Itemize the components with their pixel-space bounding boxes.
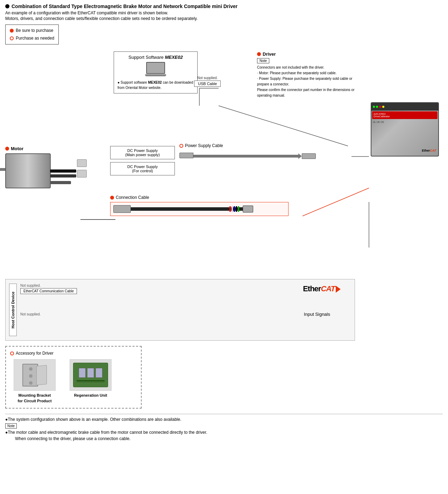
wire-blue [234, 206, 235, 212]
cable-tip [298, 153, 302, 159]
motor-section: Motor [5, 146, 51, 188]
accessory-section: Accessory for Driver Mounting Bracket fo… [5, 346, 142, 409]
bottom-note-3: When connecting to the driver, please us… [15, 436, 443, 441]
motor-filled-circle [5, 147, 9, 151]
bracket-hole-1 [29, 367, 33, 371]
motor-shaft [0, 168, 5, 171]
conn-left-box [113, 205, 131, 213]
driver-note-box: Note [257, 58, 269, 63]
laptop-screen [146, 62, 165, 74]
driver-body: AZD-KRE0DriveCalibrator UL UK CE EtherCA… [371, 102, 439, 156]
conn-cable-visual [110, 202, 289, 216]
led-run [376, 106, 378, 108]
connection-lines-svg [5, 48, 442, 276]
ethercat-not-supplied: Not supplied. [20, 284, 77, 287]
driver-label: Driver [257, 51, 362, 57]
led-ecat [382, 106, 384, 108]
page-title: Combination of Standard Type Electromagn… [5, 4, 443, 9]
connector-box-2 [77, 170, 87, 178]
driver-image: AZD-KRE0DriveCalibrator UL UK CE EtherCA… [371, 102, 441, 158]
psu-circle-icon [179, 144, 183, 148]
ethercat-row: Not supplied. EtherCAT Communication Cab… [20, 284, 351, 294]
ethercat-logo: EtherCAT [303, 284, 341, 293]
laptop-icon [145, 62, 166, 78]
usb-cable-section: Not supplied. USB Cable [194, 76, 221, 87]
legend-box: Be sure to purchase Purchase as needed [5, 25, 59, 44]
host-control-section: Host Control Device Not supplied. EtherC… [5, 279, 355, 341]
input-signals-label: Input Signals [304, 312, 330, 317]
psu-cable-label: Power Supply Cable [179, 143, 351, 148]
driver-note-text: Connectors are not included with the dri… [257, 65, 362, 98]
power-box-main: DC Power Supply (Main power supply) [110, 146, 175, 159]
filled-circle-icon [10, 29, 14, 33]
input-signals-row: Not supplied. Input Signals [20, 312, 351, 317]
svg-line-4 [303, 188, 369, 216]
regen-unit-img [70, 359, 112, 391]
subtitle-1: An example of a configuration with the E… [5, 11, 443, 15]
host-label: Host Control Device [9, 284, 17, 336]
power-box-control: DC Power Supply (For control) [110, 162, 175, 175]
led-err [379, 106, 381, 108]
accessory-item-regen: Regeneration Unit [66, 359, 115, 398]
conn-circle-icon [110, 196, 114, 200]
driver-filled-circle [257, 52, 261, 56]
laptop-base [145, 74, 166, 76]
note-tag-row: Note [5, 423, 443, 429]
bottom-note-2: ●The motor cable and electromagnetic bra… [5, 430, 443, 435]
regen-label: Regeneration Unit [74, 393, 107, 398]
bracket-side [36, 365, 47, 385]
accessory-circle-icon [10, 352, 14, 355]
svg-line-2 [219, 106, 348, 146]
connector-box-1 [77, 159, 87, 167]
main-diagram: Support Software MEXE02 ● Support softwa… [5, 48, 442, 276]
motor-cable-2 [50, 174, 76, 178]
motor-body [5, 153, 51, 188]
wire-white [232, 206, 233, 212]
subtitle-2: Motors, drivers, and connection cable se… [5, 16, 443, 21]
bracket-hole-3 [29, 381, 33, 385]
wire-red [229, 206, 231, 212]
connection-cable-section: Connection Cable [110, 195, 310, 216]
bottom-note-1: ●The system configuration shown above is… [5, 417, 443, 422]
conn-cable-label: Connection Cable [110, 195, 310, 200]
usb-cable-box: USB Cable [194, 81, 221, 87]
ethercat-cable-box: EtherCAT Communication Cable [20, 288, 77, 294]
regen-base [77, 380, 105, 382]
ethercat-logo-driver: EtherCAT [422, 149, 436, 152]
conn-wire [131, 207, 243, 211]
psu-connector-left [179, 153, 193, 158]
bullet-icon [5, 4, 9, 8]
cert-area: UL UK CE [371, 120, 438, 124]
motor-cable-1 [50, 169, 76, 173]
driver-model-label: AZD-KRE0DriveCalibrator [372, 111, 438, 119]
legend-item-needed: Purchase as needed [10, 35, 54, 42]
regen-body [73, 363, 108, 387]
accessory-title: Accessory for Driver [10, 351, 137, 356]
bottom-notes: ●The system configuration shown above is… [5, 414, 443, 441]
regen-caps [79, 368, 102, 378]
input-not-supplied: Not supplied. [20, 312, 41, 316]
outline-circle-icon [10, 36, 14, 40]
power-supply-cable-section: Power Supply Cable [179, 143, 351, 161]
regen-cap-1 [79, 368, 86, 378]
motor-cable-3 [50, 181, 71, 184]
mounting-bracket-img [14, 359, 56, 391]
driver-section: Driver Note Connectors are not included … [257, 51, 362, 98]
psu-connector-right [302, 153, 316, 159]
psu-cable-visual [179, 150, 351, 161]
bracket-plate-main [22, 364, 38, 387]
support-software-box: Support Software MEXE02 ● Support softwa… [114, 51, 198, 93]
support-note: ● Support software MEXE02 can be downloa… [118, 80, 194, 90]
legend-item-sure: Be sure to purchase [10, 27, 54, 35]
motor-label: Motor [5, 146, 51, 151]
support-title: Support Software MEXE02 [118, 55, 194, 60]
colored-wires [229, 206, 239, 212]
wire-green [238, 206, 239, 212]
usb-not-supplied-label: Not supplied. [194, 76, 221, 80]
led-pwr [373, 106, 375, 108]
note-tag: Note [5, 423, 17, 429]
psu-cable-wire [193, 155, 298, 158]
accessory-items: Mounting Bracket for Circuit Product Reg… [10, 359, 137, 404]
accessory-item-bracket: Mounting Bracket for Circuit Product [10, 359, 59, 404]
bracket-label: Mounting Bracket for Circuit Product [17, 393, 51, 404]
